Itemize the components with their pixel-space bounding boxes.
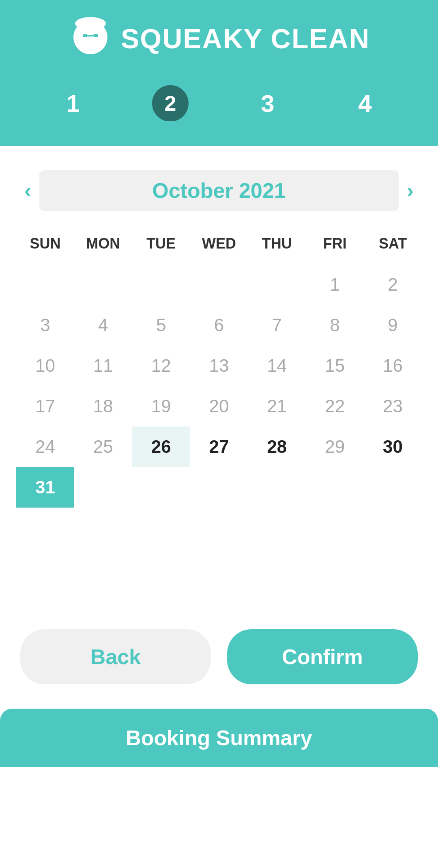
step-1-circle[interactable]: 1 <box>55 85 91 122</box>
day-cell[interactable]: 6 <box>190 305 248 345</box>
day-cell-selected[interactable]: 26 <box>132 426 190 467</box>
day-cell <box>132 467 190 508</box>
step-1[interactable]: 1 <box>55 85 91 122</box>
month-label: October 2021 <box>152 179 286 202</box>
day-cell[interactable]: 14 <box>248 345 306 386</box>
day-header-thu: THU <box>248 227 306 260</box>
step-3[interactable]: 3 <box>249 85 286 122</box>
day-cell <box>364 467 422 508</box>
next-month-button[interactable]: › <box>399 180 422 201</box>
app-header: SQUEAKY CLEAN 1 2 3 4 <box>0 0 438 146</box>
day-header-tue: TUE <box>132 227 190 260</box>
day-cell-teal[interactable]: 31 <box>16 467 74 508</box>
day-cell[interactable]: 9 <box>364 305 422 345</box>
confirm-button[interactable]: Confirm <box>227 629 418 684</box>
day-cell[interactable]: 19 <box>132 386 190 426</box>
app-name: SQUEAKY CLEAN <box>121 24 370 54</box>
day-cell[interactable]: 4 <box>74 305 132 345</box>
day-cell[interactable]: 7 <box>248 305 306 345</box>
day-cell[interactable]: 5 <box>132 305 190 345</box>
spacer <box>0 524 438 605</box>
day-cell[interactable]: 16 <box>364 345 422 386</box>
logo-area: SQUEAKY CLEAN <box>68 16 370 61</box>
day-cell[interactable]: 13 <box>190 345 248 386</box>
day-cell[interactable]: 29 <box>306 426 364 467</box>
svg-rect-3 <box>93 34 98 37</box>
day-cell <box>190 467 248 508</box>
calendar-days: 1 2 3 4 5 6 7 8 9 10 11 12 13 14 15 16 1… <box>16 264 422 508</box>
day-cell[interactable]: 11 <box>74 345 132 386</box>
step-4[interactable]: 4 <box>347 85 383 122</box>
day-cell <box>132 264 190 305</box>
day-cell[interactable]: 30 <box>364 426 422 467</box>
booking-summary-label: Booking Summary <box>126 726 312 750</box>
steps-bar: 1 2 3 4 <box>0 73 438 122</box>
calendar-grid: SUN MON TUE WED THU FRI SAT 1 2 3 4 5 6 … <box>16 227 422 508</box>
svg-rect-4 <box>88 35 93 36</box>
step-3-circle[interactable]: 3 <box>249 85 286 122</box>
day-header-sat: SAT <box>364 227 422 260</box>
day-cell[interactable]: 21 <box>248 386 306 426</box>
day-cell <box>248 264 306 305</box>
step-pointer <box>152 121 189 137</box>
day-cell[interactable]: 27 <box>190 426 248 467</box>
day-cell[interactable]: 10 <box>16 345 74 386</box>
day-cell <box>190 264 248 305</box>
day-cell[interactable]: 8 <box>306 305 364 345</box>
day-cell <box>16 264 74 305</box>
day-cell <box>74 467 132 508</box>
prev-month-button[interactable]: ‹ <box>16 180 39 201</box>
day-cell[interactable]: 20 <box>190 386 248 426</box>
svg-point-1 <box>75 17 106 30</box>
day-cell[interactable]: 22 <box>306 386 364 426</box>
back-button[interactable]: Back <box>20 629 211 684</box>
day-cell[interactable]: 15 <box>306 345 364 386</box>
day-cell <box>248 467 306 508</box>
day-header-mon: MON <box>74 227 132 260</box>
day-cell[interactable]: 2 <box>364 264 422 305</box>
day-cell[interactable]: 17 <box>16 386 74 426</box>
day-cell[interactable]: 24 <box>16 426 74 467</box>
step-4-circle[interactable]: 4 <box>347 85 383 122</box>
day-cell[interactable]: 23 <box>364 386 422 426</box>
month-label-box: October 2021 <box>39 170 398 211</box>
day-header-wed: WED <box>190 227 248 260</box>
day-cell[interactable]: 1 <box>306 264 364 305</box>
day-header-fri: FRI <box>306 227 364 260</box>
day-cell[interactable]: 18 <box>74 386 132 426</box>
booking-summary-bar[interactable]: Booking Summary <box>0 709 438 767</box>
day-cell[interactable]: 28 <box>248 426 306 467</box>
logo-icon <box>68 16 113 61</box>
day-headers: SUN MON TUE WED THU FRI SAT <box>16 227 422 260</box>
button-row: Back Confirm <box>0 605 438 701</box>
day-cell <box>74 264 132 305</box>
calendar-wrapper: ‹ October 2021 › SUN MON TUE WED THU FRI… <box>0 146 438 524</box>
day-cell <box>306 467 364 508</box>
step-2-circle[interactable]: 2 <box>152 85 189 122</box>
step-2[interactable]: 2 <box>152 85 189 122</box>
day-cell[interactable]: 3 <box>16 305 74 345</box>
svg-rect-2 <box>83 34 88 37</box>
day-cell[interactable]: 12 <box>132 345 190 386</box>
month-nav: ‹ October 2021 › <box>16 170 422 211</box>
day-cell[interactable]: 25 <box>74 426 132 467</box>
day-header-sun: SUN <box>16 227 74 260</box>
